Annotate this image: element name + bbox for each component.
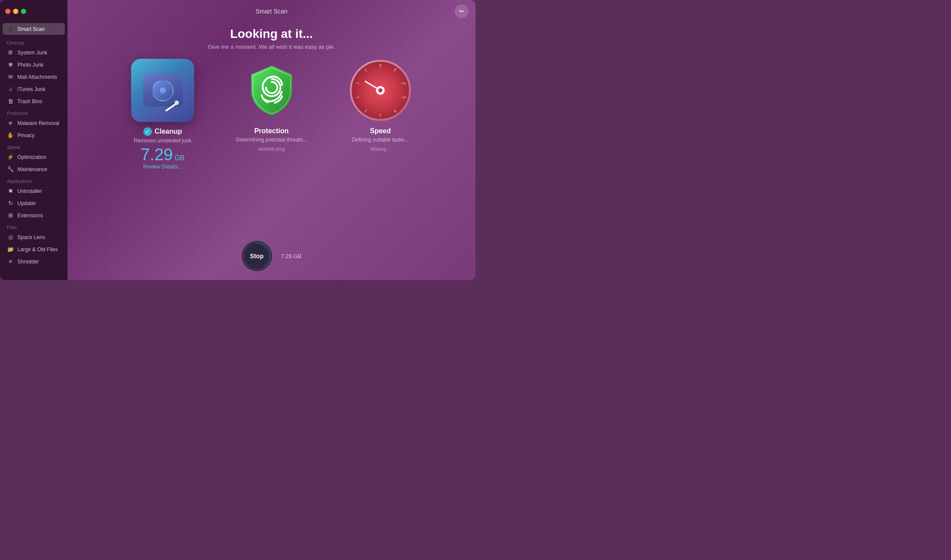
scan-heading: Looking at it... <box>67 27 476 41</box>
svg-point-16 <box>395 111 397 113</box>
sidebar-item-label: System Junk <box>17 50 47 56</box>
sidebar-item-label: Extensions <box>17 213 43 219</box>
sidebar-item-mail-attachments[interactable]: ✉ Mail Attachments <box>3 71 65 83</box>
speed-title: Speed <box>370 127 391 135</box>
sidebar-item-optimization[interactable]: ⚡ Optimization <box>3 151 65 163</box>
close-button[interactable] <box>5 9 10 14</box>
space-lens-icon: ◎ <box>7 234 14 240</box>
section-label-files: Files <box>0 222 67 231</box>
section-label-speed: Speed <box>0 142 67 151</box>
cards-container: ✓ Cleanup Removes unneeded junk 7.29 GB … <box>67 59 476 234</box>
hdd-disk-inner <box>160 88 166 94</box>
sidebar-item-label: Malware Removal <box>17 120 59 126</box>
optimization-icon: ⚡ <box>7 154 14 160</box>
cleanup-value: 7.29 <box>141 146 173 163</box>
sidebar-item-label: Updater <box>17 200 36 206</box>
cleanup-subtitle: Removes unneeded junk <box>134 138 192 144</box>
bottom-bar: Stop 7.29 GB <box>67 234 476 280</box>
sidebar-item-label: Smart Scan <box>17 26 45 32</box>
section-label-applications: Applications <box>0 175 67 185</box>
sidebar-item-updater[interactable]: ↻ Updater <box>3 197 65 209</box>
speed-icon-wrap <box>349 59 412 122</box>
photo-junk-icon: ✾ <box>7 61 14 68</box>
svg-point-15 <box>404 96 406 98</box>
hdd-arm <box>165 101 179 111</box>
protection-subtitle: Determining potential threats... <box>236 137 307 143</box>
review-details-link[interactable]: Review Details... <box>143 164 182 170</box>
stop-button[interactable]: Stop <box>242 241 272 271</box>
sidebar-item-privacy[interactable]: ✋ Privacy <box>3 129 65 141</box>
malware-icon: ☣ <box>7 120 14 126</box>
extensions-icon: ⊞ <box>7 212 14 219</box>
sidebar-item-maintenance[interactable]: 🔧 Maintenance <box>3 163 65 175</box>
sidebar-item-label: Uninstaller <box>17 188 42 194</box>
window-title: Smart Scan <box>256 8 287 15</box>
sidebar-item-label: Maintenance <box>17 166 47 172</box>
gauge-svg <box>349 59 412 122</box>
maximize-button[interactable] <box>21 9 26 14</box>
shredder-icon: ≡ <box>7 258 14 265</box>
sidebar-item-shredder[interactable]: ≡ Shredder <box>3 256 65 267</box>
svg-point-13 <box>395 68 397 71</box>
sidebar-item-label: Shredder <box>17 259 39 265</box>
mail-icon: ✉ <box>7 74 14 80</box>
sidebar-item-trash-bins[interactable]: 🗑 Trash Bins <box>3 95 65 107</box>
more-options-button[interactable]: •• <box>455 4 469 18</box>
cleanup-check-icon: ✓ <box>143 127 152 136</box>
scan-header: Looking at it... Give me a moment. We al… <box>67 23 476 59</box>
sidebar-item-label: Optimization <box>17 154 47 160</box>
sidebar-item-large-old-files[interactable]: 📁 Large & Old Files <box>3 243 65 255</box>
card-speed: Speed Defining suitable tasks... Waiting… <box>333 59 428 234</box>
sidebar-item-system-junk[interactable]: ⚙ System Junk <box>3 47 65 58</box>
large-files-icon: 📁 <box>7 246 14 253</box>
speed-subtitle: Defining suitable tasks... <box>352 137 408 143</box>
cleanup-value-container: 7.29 GB <box>141 146 185 163</box>
sidebar-item-label: Privacy <box>17 132 34 138</box>
svg-point-19 <box>378 88 383 93</box>
sidebar-item-space-lens[interactable]: ◎ Space Lens <box>3 231 65 243</box>
sidebar-item-itunes-junk[interactable]: ♫ iTunes Junk <box>3 83 65 95</box>
speed-status: Waiting... <box>371 146 390 152</box>
sidebar-item-label: Space Lens <box>17 234 45 240</box>
titlebar <box>0 0 67 23</box>
sidebar-item-label: Photo Junk <box>17 62 44 68</box>
sidebar-nav: Cleanup ⚙ System Junk ✾ Photo Junk ✉ Mai… <box>0 35 67 280</box>
section-label-protection: Protection <box>0 108 67 117</box>
stop-ring: Stop <box>242 241 272 271</box>
scan-subheading: Give me a moment. We all wish it was eas… <box>67 44 476 50</box>
sidebar-item-extensions[interactable]: ⊞ Extensions <box>3 209 65 221</box>
protection-icon-wrap <box>240 59 303 122</box>
sidebar-item-label: Trash Bins <box>17 98 42 105</box>
sidebar-item-smart-scan[interactable]: ⬛ Smart Scan <box>3 23 65 35</box>
protection-status-file: diskdrill.dmg <box>258 146 285 152</box>
hdd-body <box>143 74 182 107</box>
svg-point-12 <box>379 64 381 66</box>
shield-svg <box>243 62 300 119</box>
smart-scan-icon: ⬛ <box>7 26 14 32</box>
section-label-cleanup: Cleanup <box>0 37 67 46</box>
cleanup-title: ✓ Cleanup <box>143 127 182 136</box>
uninstaller-icon: ✖ <box>7 188 14 194</box>
hdd-disk <box>152 80 174 101</box>
stop-button-label: Stop <box>250 253 263 260</box>
protection-title: Protection <box>254 127 289 135</box>
sidebar-item-label: Mail Attachments <box>17 74 57 80</box>
privacy-icon: ✋ <box>7 132 14 138</box>
cleanup-icon-wrap <box>131 59 194 122</box>
card-cleanup: ✓ Cleanup Removes unneeded junk 7.29 GB … <box>115 59 211 234</box>
main-content: Smart Scan •• Looking at it... Give me a… <box>67 0 476 280</box>
gauge-wrap <box>349 59 412 122</box>
stop-value: 7.29 GB <box>281 253 302 260</box>
svg-point-14 <box>404 83 406 85</box>
maintenance-icon: 🔧 <box>7 166 14 172</box>
card-protection: Protection Determining potential threats… <box>224 59 320 234</box>
minimize-button[interactable] <box>13 9 18 14</box>
sidebar-item-uninstaller[interactable]: ✖ Uninstaller <box>3 185 65 197</box>
sidebar-item-label: Large & Old Files <box>17 246 58 253</box>
shield-wrap <box>240 59 303 122</box>
updater-icon: ↻ <box>7 200 14 206</box>
sidebar-item-malware-removal[interactable]: ☣ Malware Removal <box>3 117 65 129</box>
sidebar-item-photo-junk[interactable]: ✾ Photo Junk <box>3 59 65 71</box>
itunes-icon: ♫ <box>7 86 14 92</box>
hdd-icon <box>131 59 194 122</box>
